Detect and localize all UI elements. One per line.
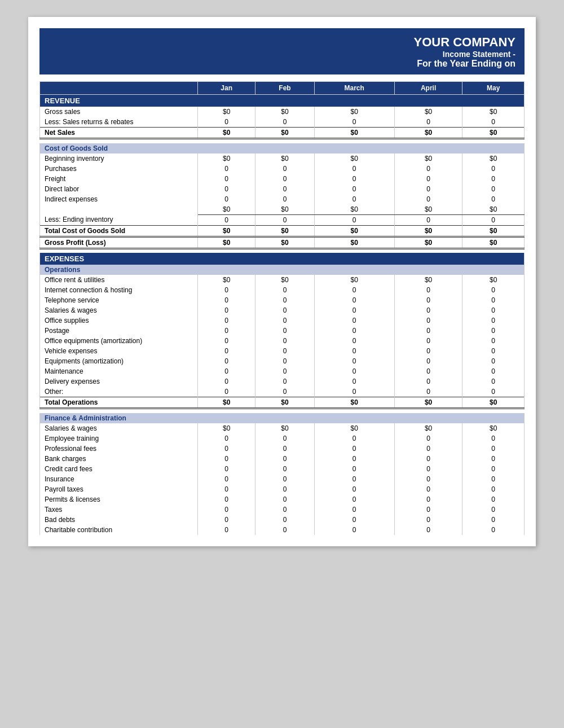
revenue-section-header: REVENUE	[40, 95, 525, 107]
report-header: YOUR COMPANY Income Statement - For the …	[39, 28, 525, 74]
table-row: Office supplies 0 0 0 0 0	[40, 315, 525, 326]
table-row: Direct labor 0 0 0 0 0	[40, 184, 525, 194]
col-may: May	[462, 82, 525, 95]
less-ending-inventory-row: Less: Ending inventory 0 0 0 0 0	[40, 214, 525, 225]
spacer	[40, 139, 525, 143]
gross-profit-row: Gross Profit (Loss) $0 $0 $0 $0 $0	[40, 236, 525, 248]
income-statement-table: Jan Feb March April May REVENUE Gross sa…	[39, 81, 525, 535]
table-row: Gross sales $0 $0 $0 $0 $0	[40, 107, 525, 117]
cogs-section-header: Cost of Goods Sold	[40, 143, 525, 154]
table-row: Postage 0 0 0 0 0	[40, 326, 525, 336]
table-row: Salaries & wages $0 $0 $0 $0 $0	[40, 423, 525, 433]
page: YOUR COMPANY Income Statement - For the …	[28, 17, 536, 546]
table-row: Office equipments (amortization) 0 0 0 0…	[40, 336, 525, 346]
table-row: Indirect expenses 0 0 0 0 0	[40, 194, 525, 204]
table-row: Vehicle expenses 0 0 0 0 0	[40, 346, 525, 356]
cogs-subtotal-row: $0 $0 $0 $0 $0	[40, 204, 525, 215]
table-row: Salaries & wages 0 0 0 0 0	[40, 305, 525, 315]
table-row: Taxes 0 0 0 0 0	[40, 505, 525, 515]
spacer	[40, 248, 525, 253]
table-row: Insurance 0 0 0 0 0	[40, 474, 525, 484]
finance-section-header: Finance & Administration	[40, 413, 525, 423]
table-row: Freight 0 0 0 0 0	[40, 174, 525, 184]
table-row: Office rent & utilities $0 $0 $0 $0 $0	[40, 275, 525, 285]
table-row: Payroll taxes 0 0 0 0 0	[40, 484, 525, 494]
table-row: Beginning inventory $0 $0 $0 $0 $0	[40, 154, 525, 164]
total-operations-row: Total Operations $0 $0 $0 $0 $0	[40, 397, 525, 409]
table-row: Employee training 0 0 0 0 0	[40, 433, 525, 444]
col-label	[40, 82, 198, 95]
col-jan: Jan	[198, 82, 255, 95]
table-row: Bad debts 0 0 0 0 0	[40, 515, 525, 525]
operations-section-header: Operations	[40, 265, 525, 275]
col-feb: Feb	[255, 82, 314, 95]
table-row: Telephone service 0 0 0 0 0	[40, 295, 525, 305]
company-name: YOUR COMPANY	[49, 35, 515, 50]
total-cogs-row: Total Cost of Goods Sold $0 $0 $0 $0 $0	[40, 225, 525, 236]
table-row: Other: 0 0 0 0 0	[40, 387, 525, 397]
table-row: Less: Sales returns & rebates 0 0 0 0 0	[40, 117, 525, 128]
table-row: Purchases 0 0 0 0 0	[40, 164, 525, 174]
table-row: Professional fees 0 0 0 0 0	[40, 444, 525, 454]
table-row: Delivery expenses 0 0 0 0 0	[40, 376, 525, 387]
table-row: Charitable contribution 0 0 0 0 0	[40, 525, 525, 535]
table-row: Credit card fees 0 0 0 0 0	[40, 464, 525, 474]
report-period: For the Year Ending on	[49, 59, 515, 69]
expenses-section-header: EXPENSES	[40, 253, 525, 265]
col-april: April	[394, 82, 462, 95]
col-march: March	[314, 82, 394, 95]
table-row: Equipments (amortization) 0 0 0 0 0	[40, 356, 525, 366]
report-subtitle: Income Statement -	[49, 50, 515, 59]
table-row: Maintenance 0 0 0 0 0	[40, 366, 525, 376]
spacer	[40, 409, 525, 413]
net-sales-row: Net Sales $0 $0 $0 $0 $0	[40, 128, 525, 139]
table-row: Permits & licenses 0 0 0 0 0	[40, 494, 525, 505]
table-row: Internet connection & hosting 0 0 0 0 0	[40, 285, 525, 295]
table-row: Bank charges 0 0 0 0 0	[40, 454, 525, 464]
